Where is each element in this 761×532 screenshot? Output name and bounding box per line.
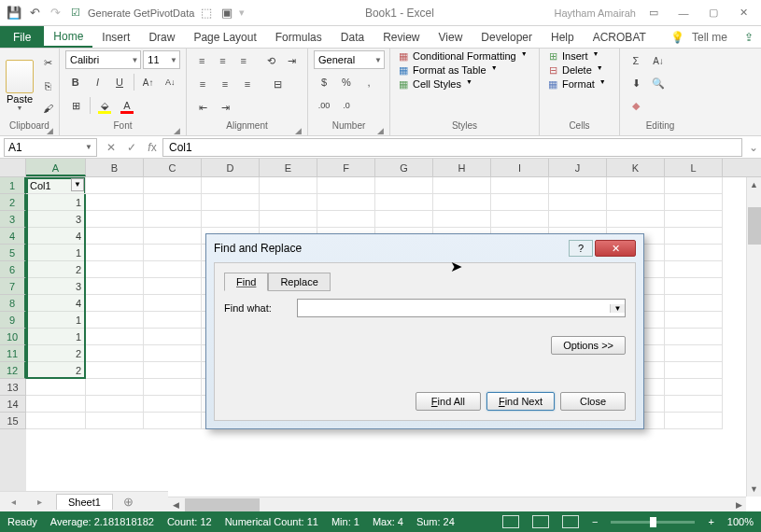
tab-draw[interactable]: Draw [139,26,184,48]
cell[interactable] [260,211,317,228]
launcher-icon[interactable]: ◢ [174,126,180,135]
cell[interactable] [86,194,144,211]
tab-acrobat[interactable]: ACROBAT [584,26,655,48]
sheet-nav-next[interactable]: ▸ [26,497,52,507]
cell[interactable] [549,177,607,194]
tab-view[interactable]: View [430,26,472,48]
expand-formula-icon[interactable]: ⌄ [746,141,761,154]
find-next-button[interactable]: Find Next [486,392,555,411]
fill-button[interactable]: ⬇ [626,73,646,93]
percent-button[interactable]: % [336,72,357,92]
cell[interactable] [86,295,144,312]
row-header[interactable]: 4 [0,228,26,245]
cell[interactable]: 1 [26,194,86,211]
row-header[interactable]: 8 [0,295,26,312]
find-select-button[interactable]: 🔍 [648,73,669,93]
font-size-combo[interactable]: 11▼ [143,50,180,69]
cell[interactable] [433,211,491,228]
cell[interactable] [549,211,607,228]
cell[interactable] [491,194,549,211]
maximize-icon[interactable]: ▢ [701,5,726,21]
cell[interactable] [202,177,260,194]
fill-color-button[interactable]: ⬙ [94,95,115,116]
cell[interactable]: 3 [26,278,86,295]
copy-icon[interactable]: ⎘ [37,76,58,96]
row-header[interactable]: 11 [0,345,26,362]
tab-file[interactable]: File [0,26,44,48]
col-header-E[interactable]: E [260,159,317,176]
grow-font-button[interactable]: A↑ [138,72,159,92]
cell[interactable] [144,312,202,329]
row-header[interactable]: 9 [0,312,26,329]
tab-help[interactable]: Help [542,26,584,48]
merge-button[interactable]: ⊟ [267,74,288,94]
row-header[interactable]: 12 [0,362,26,379]
col-header-F[interactable]: F [317,159,375,176]
cell[interactable] [607,194,665,211]
cell[interactable] [144,211,202,228]
row-header[interactable]: 7 [0,278,26,295]
col-header-J[interactable]: J [549,159,607,176]
cell[interactable] [144,329,202,345]
row-header[interactable]: 13 [0,379,26,396]
col-header-H[interactable]: H [433,159,491,176]
cell[interactable] [665,278,723,295]
row-header[interactable]: 5 [0,245,26,261]
tell-me[interactable]: Tell me [692,31,727,44]
sort-filter-button[interactable]: A↓ [648,50,669,71]
cell[interactable] [433,194,491,211]
cell[interactable] [491,211,549,228]
cell[interactable] [665,261,723,278]
formula-input[interactable]: Col1 [162,138,742,157]
cell[interactable] [491,177,549,194]
ribbon-options-icon[interactable]: ▭ [641,5,666,21]
cell[interactable] [26,396,86,413]
tab-insert[interactable]: Insert [92,26,139,48]
cell[interactable]: 1 [26,312,86,329]
col-header-L[interactable]: L [665,159,723,176]
cell[interactable] [86,396,144,413]
cut-icon[interactable]: ✂ [37,53,58,74]
cell[interactable] [144,228,202,245]
cell[interactable]: Col1▼ [26,177,86,194]
align-left-button[interactable]: ≡ [192,74,213,94]
cell[interactable] [665,362,723,379]
page-layout-view-icon[interactable] [532,515,549,528]
col-header-D[interactable]: D [202,159,260,176]
col-header-B[interactable]: B [86,159,144,176]
underline-button[interactable]: U [109,72,130,92]
cell[interactable] [202,194,260,211]
insert-cells-button[interactable]: ⊞Insert▼ [545,50,599,63]
align-center-button[interactable]: ≡ [215,74,235,94]
cell[interactable] [665,228,723,245]
find-all-button[interactable]: Find All [416,392,481,411]
row-header[interactable]: 6 [0,261,26,278]
add-sheet-button[interactable]: ⊕ [119,495,139,509]
filter-dropdown-icon[interactable]: ▼ [71,178,84,191]
cell[interactable] [86,177,144,194]
cell[interactable] [202,211,260,228]
currency-button[interactable]: $ [314,72,334,92]
cell[interactable]: 1 [26,329,86,345]
dialog-close-button[interactable]: ✕ [595,240,636,257]
col-header-K[interactable]: K [607,159,665,176]
close-button[interactable]: Close [560,392,626,411]
camera-icon[interactable]: ▣ [218,5,235,21]
number-format-combo[interactable]: General▼ [314,50,385,69]
launcher-icon[interactable]: ◢ [377,126,384,135]
cell[interactable] [144,413,202,429]
cell[interactable] [86,379,144,396]
cell[interactable] [260,177,317,194]
cell[interactable] [144,396,202,413]
find-what-input[interactable]: ▼ [297,299,626,317]
enter-formula-icon[interactable]: ✓ [121,141,142,154]
cell[interactable] [144,194,202,211]
cell[interactable] [665,211,723,228]
cell[interactable] [86,413,144,429]
paste-button[interactable]: Paste ▼ [6,60,34,111]
col-header-G[interactable]: G [375,159,433,176]
cell[interactable] [375,194,433,211]
close-icon[interactable]: ✕ [731,5,755,21]
row-header[interactable]: 2 [0,194,26,211]
vertical-scrollbar[interactable]: ▲ ▼ [746,177,761,497]
